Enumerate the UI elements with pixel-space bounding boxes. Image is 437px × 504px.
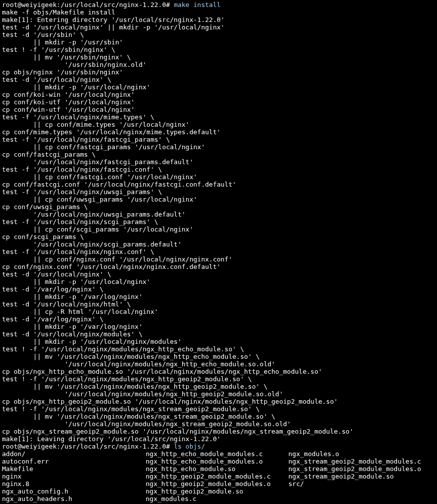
- ls-entry: src/: [288, 480, 304, 488]
- output-line: make[1]: Leaving directory '/usr/local/s…: [2, 435, 220, 443]
- ls-entry: ngx_http_echo_module.so: [146, 465, 288, 473]
- ls-entry: ngx_stream_geoip2_module_modules.c: [288, 458, 421, 465]
- output-line: || cp conf/mime.types '/usr/local/nginx': [2, 121, 190, 128]
- output-line: test -f '/usr/local/nginx/uwsgi_params' …: [2, 188, 162, 196]
- shell-prompt: root@weiyigeek:/usr/local/src/nginx-1.22…: [2, 443, 174, 450]
- output-line: || mkdir -p '/usr/local/nginx/modules': [2, 338, 182, 345]
- output-line: test -d '/var/log/nginx' \: [2, 315, 104, 323]
- output-line: test -d '/usr/local/nginx' \: [2, 76, 111, 83]
- output-line: || mkdir -p '/usr/local/nginx': [2, 83, 150, 91]
- ls-entry: nginx: [2, 473, 146, 480]
- output-line: cp objs/ngx_stream_geoip2_module.so '/us…: [2, 428, 353, 435]
- ls-entry: ngx_stream_geoip2_module.so: [288, 473, 394, 480]
- output-line: '/usr/local/nginx/uwsgi_params.default': [2, 211, 186, 218]
- output-line: || cp conf/uwsgi_params '/usr/local/ngin…: [2, 196, 197, 203]
- ls-entry: addon/: [2, 450, 146, 458]
- output-line: cp conf/win-utf '/usr/local/nginx': [2, 106, 135, 113]
- shell-prompt: root@weiyigeek:/usr/local/src/nginx-1.22…: [2, 1, 174, 8]
- output-line: cp conf/koi-utf '/usr/local/nginx': [2, 98, 135, 106]
- output-line: cp conf/koi-win '/usr/local/nginx': [2, 91, 135, 98]
- output-line: test -f '/usr/local/nginx/mime.types' \: [2, 113, 154, 121]
- ls-entry: autoconf.err: [2, 458, 146, 465]
- output-line: test ! -f '/usr/local/nginx/modules/ngx_…: [2, 375, 252, 383]
- output-line: cp conf/scgi_params \: [2, 233, 84, 241]
- output-line: || mkdir -p '/usr/sbin': [2, 38, 123, 46]
- output-line: '/usr/sbin/nginx.old': [2, 61, 147, 68]
- output-line: || cp conf/nginx.conf '/usr/local/nginx/…: [2, 255, 232, 263]
- output-line: test ! -f '/usr/sbin/nginx' \: [2, 46, 115, 53]
- output-line: || mv '/usr/sbin/nginx' \: [2, 53, 131, 61]
- output-line: '/usr/local/nginx/modules/ngx_http_echo_…: [2, 360, 275, 368]
- ls-entry: ngx_http_geoip2_module.so: [146, 488, 288, 495]
- output-line: cp objs/ngx_http_geoip2_module.so '/usr/…: [2, 398, 338, 405]
- output-line: cp conf/fastcgi_params \: [2, 151, 96, 158]
- ls-entry: ngx_http_echo_module_modules.o: [146, 458, 288, 465]
- output-line: test ! -f '/usr/local/nginx/modules/ngx_…: [2, 405, 260, 413]
- output-line: '/usr/local/nginx/scgi_params.default': [2, 241, 182, 248]
- output-line: || cp -R html '/usr/local/nginx': [2, 308, 158, 315]
- output-line: '/usr/local/nginx/fastcgi_params.default…: [2, 158, 194, 166]
- output-line: test -f '/usr/local/nginx/fastcgi.conf' …: [2, 166, 162, 173]
- output-line: cp objs/nginx '/usr/sbin/nginx': [2, 68, 123, 76]
- output-line: '/usr/local/nginx/modules/ngx_stream_geo…: [2, 420, 291, 428]
- terminal-output[interactable]: root@weiyigeek:/usr/local/src/nginx-1.22…: [0, 0, 437, 504]
- output-line: test -d '/usr/local/nginx/modules' \: [2, 330, 143, 338]
- ls-entry: ngx_modules.o: [288, 450, 339, 458]
- output-line: test -d '/usr/local/nginx' || mkdir -p '…: [2, 23, 224, 31]
- ls-entry: ngx_auto_headers.h: [2, 495, 146, 503]
- output-line: test ! -f '/usr/local/nginx/modules/ngx_…: [2, 345, 244, 353]
- output-line: test -d '/usr/local/nginx/html' \: [2, 300, 131, 308]
- output-line: || mv '/usr/local/nginx/modules/ngx_http…: [2, 353, 260, 360]
- output-line: cp objs/ngx_http_echo_module.so '/usr/lo…: [2, 368, 322, 375]
- output-line: cp conf/nginx.conf '/usr/local/nginx/ngi…: [2, 263, 220, 270]
- shell-command: ls objs/: [174, 443, 205, 450]
- output-line: make -f objs/Makefile install: [2, 8, 115, 16]
- output-line: cp conf/mime.types '/usr/local/nginx/mim…: [2, 128, 220, 136]
- output-line: test -d '/usr/local/nginx' \: [2, 270, 111, 278]
- output-line: test -f '/usr/local/nginx/scgi_params' \: [2, 218, 158, 226]
- output-line: '/usr/local/nginx/modules/ngx_http_geoip…: [2, 390, 283, 398]
- output-line: test -d '/usr/sbin' \: [2, 31, 84, 38]
- output-line: test -d '/var/log/nginx' \: [2, 285, 104, 293]
- ls-entry: Makefile: [2, 465, 146, 473]
- output-line: || mv '/usr/local/nginx/modules/ngx_http…: [2, 383, 267, 390]
- output-line: || cp conf/fastcgi.conf '/usr/local/ngin…: [2, 173, 197, 181]
- ls-entry: ngx_stream_geoip2_module_modules.o: [288, 465, 421, 473]
- output-line: || mkdir -p '/usr/local/nginx': [2, 278, 150, 285]
- output-line: cp conf/fastcgi.conf '/usr/local/nginx/f…: [2, 181, 236, 188]
- ls-entry: ngx_http_echo_module_modules.c: [146, 450, 288, 458]
- output-line: cp conf/uwsgi_params \: [2, 203, 88, 211]
- output-line: || mkdir -p '/var/log/nginx': [2, 293, 143, 300]
- output-line: test -f '/usr/local/nginx/nginx.conf' \: [2, 248, 154, 255]
- output-line: test -f '/usr/local/nginx/fastcgi_params…: [2, 136, 170, 143]
- ls-entry: ngx_auto_config.h: [2, 488, 146, 495]
- output-line: || cp conf/fastcgi_params '/usr/local/ng…: [2, 143, 205, 151]
- output-line: make[1]: Entering directory '/usr/local/…: [2, 16, 224, 23]
- ls-entry: nginx.8: [2, 480, 146, 488]
- ls-entry: ngx_http_geoip2_module_modules.o: [146, 480, 288, 488]
- ls-entry: ngx_http_geoip2_module_modules.c: [146, 473, 288, 480]
- shell-command: make install: [174, 1, 220, 8]
- output-line: || mv '/usr/local/nginx/modules/ngx_stre…: [2, 413, 275, 420]
- output-line: || cp conf/scgi_params '/usr/local/nginx…: [2, 226, 194, 233]
- output-line: || mkdir -p '/var/log/nginx': [2, 323, 143, 330]
- ls-entry: ngx_modules.c: [146, 495, 288, 503]
